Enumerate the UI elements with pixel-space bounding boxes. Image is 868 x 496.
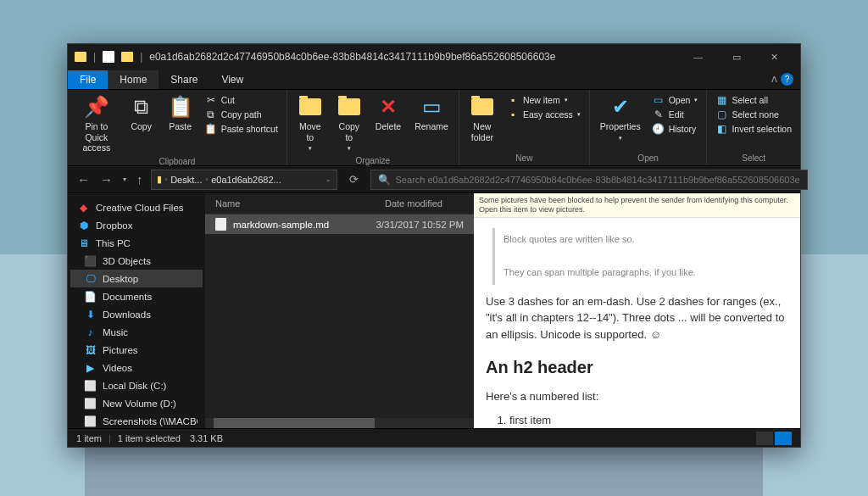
- preview-blockquote: Block quotes are written like so. They c…: [492, 228, 788, 285]
- close-button[interactable]: ✕: [755, 44, 793, 70]
- address-bar[interactable]: ▮ › Deskt... › e0a1d6ab2682... ⌄: [151, 170, 337, 190]
- file-row[interactable]: markdown-sample.md 3/31/2017 10:52 PM: [205, 215, 474, 234]
- sidebar-item-videos[interactable]: ▶Videos: [70, 359, 203, 376]
- search-icon: 🔍: [378, 174, 391, 186]
- tab-file[interactable]: File: [68, 70, 108, 89]
- file-date: 3/31/2017 10:52 PM: [376, 220, 464, 230]
- forward-button[interactable]: →: [97, 172, 115, 187]
- col-date[interactable]: Date modified: [385, 198, 442, 209]
- preview-pane: Some pictures have been blocked to help …: [474, 193, 800, 428]
- edit-button[interactable]: ✎Edit: [653, 109, 698, 120]
- delete-button[interactable]: ✕Delete: [370, 93, 406, 134]
- preview-list-intro: Here's a numbered list:: [486, 388, 788, 405]
- sidebar-item-ccf[interactable]: ◆Creative Cloud Files: [70, 198, 203, 216]
- explorer-window: | | e0a1d6ab2682d2c47746950b84c0b6ee-83b…: [67, 43, 801, 448]
- group-open: Open: [595, 152, 702, 165]
- checkbox-icon[interactable]: [103, 51, 114, 63]
- search-box[interactable]: 🔍 Search e0a1d6ab2682d2c47746950b84c0b6e…: [370, 170, 808, 190]
- copyto-button[interactable]: Copy to▾: [331, 93, 367, 154]
- minimize-button[interactable]: —: [679, 44, 717, 70]
- selectall-button[interactable]: ▦Select all: [715, 94, 792, 106]
- sidebar-item-music[interactable]: ♪Music: [70, 323, 203, 341]
- sidebar-item-screenshots[interactable]: ⬜Screenshots (\\MACBOOKA: [70, 412, 203, 428]
- view-large-button[interactable]: [775, 432, 792, 445]
- sidebar-item-thispc[interactable]: 🖥This PC: [70, 234, 203, 252]
- recent-dropdown[interactable]: ▾: [120, 176, 129, 183]
- sidebar-item-documents[interactable]: 📄Documents: [70, 287, 203, 305]
- tab-share[interactable]: Share: [159, 70, 209, 89]
- view-details-button[interactable]: [756, 432, 773, 445]
- rename-button[interactable]: ▭Rename: [409, 93, 453, 134]
- status-size: 3.31 KB: [190, 433, 223, 443]
- status-bar: 1 item | 1 item selected 3.31 KB: [68, 428, 800, 447]
- refresh-button[interactable]: ⟳: [342, 173, 365, 186]
- ribbon-tabs: File Home Share View ᐱ ?: [68, 70, 800, 90]
- group-new: New: [465, 152, 584, 165]
- sidebar-item-newvol[interactable]: ⬜New Volume (D:): [70, 394, 203, 412]
- tab-home[interactable]: Home: [108, 70, 159, 89]
- folder-icon: [121, 52, 133, 62]
- pin-button[interactable]: 📌Pin to Quick access: [73, 93, 120, 155]
- preview-ol: first item: [486, 412, 788, 428]
- maximize-button[interactable]: ▭: [717, 44, 755, 70]
- collapse-ribbon-icon[interactable]: ᐱ: [771, 75, 777, 84]
- group-select: Select: [712, 152, 795, 165]
- sidebar-item-dropbox[interactable]: ⬢Dropbox: [70, 216, 203, 234]
- sidebar-item-downloads[interactable]: ⬇Downloads: [70, 305, 203, 323]
- selectnone-button[interactable]: ▢Select none: [715, 109, 792, 120]
- sidebar-item-3dobjects[interactable]: ⬛3D Objects: [70, 252, 203, 270]
- divider: |: [140, 51, 142, 63]
- sidebar-item-pictures[interactable]: 🖼Pictures: [70, 341, 203, 359]
- history-button[interactable]: 🕘History: [653, 123, 698, 135]
- divider: |: [93, 51, 96, 63]
- file-name: markdown-sample.md: [233, 220, 369, 230]
- cut-button[interactable]: ✂Cut: [205, 94, 278, 106]
- file-list: Name Date modified markdown-sample.md 3/…: [205, 193, 474, 428]
- preview-paragraph: Use 3 dashes for an em-dash. Use 2 dashe…: [486, 293, 788, 343]
- preview-warning: Some pictures have been blocked to help …: [474, 193, 800, 218]
- easyaccess-button[interactable]: ▪Easy access ▾: [507, 109, 581, 120]
- titlebar[interactable]: | | e0a1d6ab2682d2c47746950b84c0b6ee-83b…: [68, 44, 800, 70]
- file-scrollbar[interactable]: [205, 418, 474, 428]
- preview-h2: An h2 header: [486, 354, 788, 380]
- col-name[interactable]: Name: [215, 198, 385, 209]
- sidebar-item-localc[interactable]: ⬜Local Disk (C:): [70, 376, 203, 394]
- copypath-button[interactable]: ⧉Copy path: [205, 109, 278, 120]
- copy-button[interactable]: ⧉Copy: [124, 93, 159, 134]
- up-button[interactable]: ↑: [134, 172, 146, 187]
- folder-icon: [75, 52, 86, 62]
- window-title: e0a1d6ab2682d2c47746950b84c0b6ee-83b8b48…: [149, 51, 555, 63]
- paste-button[interactable]: 📋Paste: [163, 93, 198, 134]
- open-button[interactable]: ▭Open ▾: [653, 94, 698, 106]
- status-selected: 1 item selected: [118, 433, 181, 443]
- tab-view[interactable]: View: [209, 70, 255, 89]
- newitem-button[interactable]: ▪New item ▾: [507, 94, 581, 106]
- status-count: 1 item: [76, 433, 102, 443]
- invert-button[interactable]: ◧Invert selection: [715, 123, 792, 135]
- back-button[interactable]: ←: [75, 172, 92, 187]
- nav-bar: ← → ▾ ↑ ▮ › Deskt... › e0a1d6ab2682... ⌄…: [68, 166, 800, 193]
- nav-pane: ◆Creative Cloud Files ⬢Dropbox 🖥This PC …: [68, 193, 205, 428]
- sidebar-item-desktop[interactable]: 🖵Desktop: [70, 270, 203, 287]
- ribbon: 📌Pin to Quick access ⧉Copy 📋Paste ✂Cut ⧉…: [68, 90, 800, 166]
- newfolder-button[interactable]: New folder: [465, 93, 500, 144]
- moveto-button[interactable]: Move to▾: [292, 93, 328, 154]
- file-icon: [215, 218, 226, 231]
- pasteshortcut-button[interactable]: 📋Paste shortcut: [205, 123, 278, 135]
- help-icon[interactable]: ?: [781, 73, 793, 86]
- properties-button[interactable]: ✔Properties▾: [595, 93, 646, 143]
